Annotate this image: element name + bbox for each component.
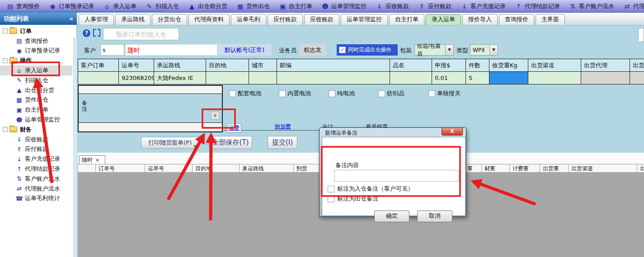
toolbar-item-waybill-monitor[interactable]: ☻运单管理监控 xyxy=(317,0,371,12)
cell-product[interactable] xyxy=(390,72,432,84)
chevron-down-icon[interactable]: ▼ xyxy=(445,45,453,55)
print-packing-slip-button[interactable]: 打印随货面单(P)▼ xyxy=(141,137,199,149)
tab-self-print[interactable]: 自主打单 xyxy=(389,14,424,25)
checkbox-battery-kit[interactable]: 配套电池 xyxy=(229,90,261,97)
cell-declared-value[interactable]: 0.01 xyxy=(432,72,466,84)
customer-match-item[interactable]: 随时 xyxy=(125,44,217,56)
tab-hr-management[interactable]: 人事管理 xyxy=(79,14,114,25)
toolbar-item-cargo-outbound[interactable]: ▦货件出仓 xyxy=(232,0,274,12)
prerecord-scan-input[interactable] xyxy=(103,28,179,40)
tab-agent-profile[interactable]: 代理商资料 xyxy=(188,14,230,25)
toolbar-item-order-prerecord[interactable]: ◉订单预录记录 xyxy=(44,0,99,12)
sidebar-item-scan-inbound[interactable]: ✎扫描入仓 xyxy=(0,75,72,85)
tab-main-screen[interactable]: 主界面 xyxy=(536,14,565,25)
col-header: 出货代理 xyxy=(581,59,630,72)
sidebar-folder-operations[interactable]: -操作 xyxy=(0,56,72,65)
cell-city[interactable] xyxy=(249,72,277,84)
cell-destination[interactable] xyxy=(206,72,249,84)
toolbar-item-payable[interactable]: ⇑应付账款 xyxy=(414,0,456,12)
sidebar-item-customer-account-flow[interactable]: ⇅客户账户流水 xyxy=(0,174,72,184)
expander-icon[interactable]: - xyxy=(3,58,8,63)
expander-icon[interactable]: - xyxy=(3,28,8,33)
tab-receivable[interactable]: 应收账款 xyxy=(304,14,339,25)
tab-quote-import[interactable]: 报价导入 xyxy=(462,14,498,25)
sidebar-item-cargo-outbound[interactable]: ▦货件出仓 xyxy=(0,95,72,105)
cell-outbound-agent[interactable] xyxy=(581,72,630,84)
remark-content-input[interactable] xyxy=(334,170,459,182)
add-remark-button[interactable]: + xyxy=(211,112,219,120)
sidebar-item-quote-query[interactable]: ▤查询报价 xyxy=(0,36,72,46)
sidebar-item-payable[interactable]: ⇑应付账款 xyxy=(0,145,72,154)
sidebar-item-agent-account-flow[interactable]: ⇄代理账户流水 xyxy=(0,184,72,194)
cell-outbound-channel[interactable] xyxy=(528,72,581,84)
sidebar-folder-finance[interactable]: -财务 xyxy=(0,125,72,135)
toolbar-item-receivable[interactable]: ⇓应收账款 xyxy=(371,0,414,12)
sidebar-item-presort-outbound[interactable]: ▲出仓前分货 xyxy=(0,85,72,95)
help-icon[interactable]: ? xyxy=(83,29,90,37)
tab-waybill-entry[interactable]: 录入运单 xyxy=(426,14,461,25)
close-tab-icon[interactable]: × xyxy=(95,157,99,163)
dialog-close-button[interactable]: X xyxy=(442,128,463,136)
sidebar-item-waybill-profit-stats[interactable]: ☎运单毛利统计 xyxy=(0,194,72,204)
tab-payable[interactable]: 应付账款 xyxy=(268,14,303,25)
checkbox-pure-battery[interactable]: 纯电池 xyxy=(329,90,355,97)
toolbar-item-scan-inbound[interactable]: ✎扫描入仓 xyxy=(141,0,183,12)
sidebar-item-waybill-entry[interactable]: ⌂录入运单 xyxy=(0,65,72,75)
checkbox-textile[interactable]: 纺织品 xyxy=(378,90,404,97)
chevron-down-icon[interactable]: ▼ xyxy=(489,45,498,55)
cell-route[interactable]: 大陆Fedex IE xyxy=(154,72,206,84)
sidebar-folder-orders[interactable]: -订单 xyxy=(0,26,72,36)
tab-sorting-outbound[interactable]: 分货出仓 xyxy=(152,14,187,25)
salesman-label: 业务员 xyxy=(279,47,296,55)
cell-receive-weight-selected[interactable] xyxy=(489,72,528,84)
type-select[interactable]: WPX▼ xyxy=(470,44,498,56)
toolbar-item-presort-outbound[interactable]: ▲出仓前分货 xyxy=(183,0,232,12)
tab-waybill-profit[interactable]: 运单毛利 xyxy=(231,14,266,25)
remark-label: 备 注 xyxy=(82,100,88,112)
submit-button[interactable]: 提交(I) xyxy=(268,136,297,149)
sidebar-scrollbar[interactable] xyxy=(73,37,77,257)
package-select[interactable]: 纸箱/包裹袋▼ xyxy=(414,44,454,56)
cell-customer-order[interactable] xyxy=(78,72,119,84)
surcharge-link[interactable]: 附加费 xyxy=(275,123,291,131)
expander-icon[interactable]: - xyxy=(3,127,8,132)
checkbox-outbound-remark[interactable]: 标注为出仓备注 xyxy=(328,195,378,203)
toolbar-item-agent-settlement[interactable]: ↑代理结款记录 xyxy=(510,0,564,12)
cell-zip[interactable] xyxy=(277,72,390,84)
collapse-sidebar-icon[interactable]: « xyxy=(69,13,73,25)
checkbox-inbound-remark[interactable]: 标注为入仓备注（客户可见） xyxy=(328,185,414,193)
app-window: ▤查询报价 ◉订单预录记录 ⌂录入运单 ✎扫描入仓 ▲出仓前分货 ▦货件出仓 ▣… xyxy=(0,0,644,257)
checkbox-separate-customs[interactable]: 单独报关 xyxy=(428,90,461,97)
tab-carrier-routes[interactable]: 承运路线 xyxy=(115,14,150,25)
customer-input[interactable] xyxy=(100,44,124,56)
toolbar-item-customer-recharge[interactable]: ↓客户充值记录 xyxy=(456,0,510,12)
lower-tab-suishi[interactable]: 随时× xyxy=(79,155,105,164)
remark-bottom-field[interactable] xyxy=(79,122,222,131)
sidebar-item-order-prerecord[interactable]: ◉订单预录记录 xyxy=(0,46,72,56)
default-account-button[interactable]: 默认帐号(正常) xyxy=(218,44,271,56)
toolbar-item-agent-account-flow[interactable]: ⇄代理账户流水 xyxy=(619,0,644,12)
cell-pieces[interactable]: 5 xyxy=(466,72,489,84)
cancel-button[interactable]: 取消 xyxy=(417,210,452,222)
toolbar-item-waybill-entry[interactable]: ⌂录入运单 xyxy=(99,0,141,12)
sidebar-item-self-print[interactable]: ▣自主打单 xyxy=(0,105,72,115)
sidebar-item-agent-settlement[interactable]: ↑代理结款记录 xyxy=(0,164,72,174)
complete-outbound-checkbox[interactable]: ✓ 同时完成出仓操作 xyxy=(337,44,398,56)
toolbar-item-self-print[interactable]: ▣自主打单 xyxy=(274,0,317,12)
remark-top-field[interactable] xyxy=(79,86,222,94)
cell-waybill-no[interactable]: 9230682098 xyxy=(119,72,154,84)
cell-outbound-extra[interactable] xyxy=(630,72,644,84)
toolbar-item-customer-account-flow[interactable]: ⇅客户账户流水 xyxy=(564,0,619,12)
ok-button[interactable]: 确定 xyxy=(374,210,409,222)
tab-waybill-monitor[interactable]: 运单管理监控 xyxy=(341,14,388,25)
freight-link[interactable]: 运费 xyxy=(227,123,241,133)
barcode-scan-icon[interactable] xyxy=(93,29,100,37)
sidebar-item-waybill-monitor[interactable]: ☻运单管理监控 xyxy=(0,115,72,125)
sidebar-item-receivable[interactable]: ⇓应收账款 xyxy=(0,135,72,145)
checkbox-built-in-battery[interactable]: 内置电池 xyxy=(279,90,311,97)
toolbar-item-quote-query[interactable]: ▤查询报价 xyxy=(2,0,44,12)
partial-right-button[interactable] xyxy=(638,28,644,42)
save-all-button[interactable]: 全部保存(T) xyxy=(209,136,252,149)
sidebar-item-customer-recharge[interactable]: ↓客户充值记录 xyxy=(0,154,72,164)
tab-quote-query[interactable]: 查询报价 xyxy=(499,14,534,25)
